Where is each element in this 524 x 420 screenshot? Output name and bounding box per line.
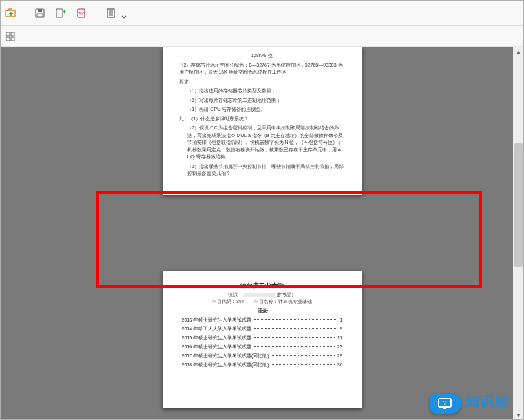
svg-rect-12 bbox=[11, 32, 14, 36]
scroll-up-arrow[interactable]: ▲ bbox=[513, 47, 524, 56]
svg-rect-2 bbox=[38, 9, 42, 12]
toolbar-separator bbox=[25, 6, 25, 20]
page1-req: 要求： bbox=[179, 78, 346, 86]
svg-rect-11 bbox=[6, 32, 10, 36]
redacted-block bbox=[244, 293, 275, 297]
toc-page: 1 bbox=[340, 317, 343, 322]
toc-page: 36 bbox=[337, 362, 343, 367]
svg-rect-4 bbox=[56, 9, 63, 17]
chevron-down-icon[interactable] bbox=[121, 10, 127, 16]
toc-label: 2018 年硕士研究生入学考试试题(回忆版) bbox=[182, 361, 269, 368]
svg-rect-3 bbox=[37, 14, 43, 17]
toc-row: 2017 年硕士研究生入学考试试题(回忆版) 29 bbox=[182, 353, 343, 359]
thumbnail-icon[interactable] bbox=[4, 30, 17, 43]
scroll-thumb[interactable] bbox=[514, 143, 523, 267]
subject-line: 科目代码：854 科目名称：计算机专业基础 bbox=[182, 299, 343, 305]
export-icon[interactable] bbox=[54, 7, 67, 19]
toc-label: 2013 年硕士研究生入学考试试题 bbox=[182, 317, 252, 324]
pdf-icon[interactable]: PDF bbox=[75, 7, 87, 19]
provider-line: 仅供： 参考品） bbox=[182, 292, 343, 298]
vertical-scrollbar[interactable]: ▲ ▼ bbox=[513, 47, 524, 420]
toc-row: 2014 年哈工大大学入学考试试题 9 bbox=[182, 326, 343, 333]
toc-title: 目录 bbox=[182, 308, 343, 315]
open-icon[interactable] bbox=[4, 7, 17, 19]
toc-label: 2015 年硕士研究生入学考试试题 bbox=[182, 335, 252, 342]
toc-page: 29 bbox=[337, 353, 343, 358]
main-toolbar: PDF bbox=[0, 0, 524, 26]
toc-row: 2013 年硕士研究生入学考试试题 1 bbox=[182, 317, 343, 324]
subj-code: 854 bbox=[236, 299, 244, 304]
svg-rect-13 bbox=[6, 37, 10, 41]
toc-dots bbox=[254, 346, 335, 347]
page1-para: （2）存储芯片地址空间分配为：0—32767 为系统程序区，32768—9830… bbox=[179, 62, 346, 76]
toolbar-separator bbox=[96, 6, 96, 20]
document-page-1: 128K×8 位 （2）存储芯片地址空间分配为：0—32767 为系统程序区，3… bbox=[163, 47, 362, 195]
document-viewport: 128K×8 位 （2）存储芯片地址空间分配为：0—32767 为系统程序区，3… bbox=[0, 47, 524, 420]
toc-row: 2018 年硕士研究生入学考试试题(回忆版) 36 bbox=[182, 361, 343, 368]
university-title: 哈尔滨工业大学 bbox=[182, 282, 343, 291]
svg-rect-14 bbox=[11, 37, 14, 41]
page1-item: （2）写出每片存储芯片的二进制地址范围； bbox=[179, 97, 346, 105]
provider-suffix: 参考品） bbox=[277, 292, 296, 297]
secondary-toolbar bbox=[0, 26, 524, 47]
toc-row: 2016 年硕士研究生入学考试试题 23 bbox=[182, 344, 343, 350]
subj-name-label: 科目名称： bbox=[254, 299, 278, 304]
page1-para: （3）指出哪些节拍属于中央控制节拍，哪些节拍属于局部控制节拍，局部控制最多需要几… bbox=[179, 163, 346, 178]
toc-page: 17 bbox=[337, 335, 343, 340]
page1-header: 128K×8 位 bbox=[179, 52, 346, 59]
toc-dots bbox=[254, 328, 337, 329]
page-view-icon[interactable] bbox=[105, 7, 117, 19]
toc-label: 2016 年硕士研究生入学考试试题 bbox=[182, 344, 252, 350]
page1-para: （2）假设 CC 为组合逻辑控制，且采用中央控制和局部控制相结合的办法，写出完成… bbox=[179, 125, 346, 161]
toc-label: 2014 年哈工大大学入学考试试题 bbox=[182, 326, 252, 333]
page1-item: （3）画出 CPU 与存储器的连接图。 bbox=[179, 106, 346, 114]
scroll-down-arrow[interactable]: ▼ bbox=[513, 410, 524, 420]
toc-dots bbox=[272, 364, 335, 365]
save-icon[interactable] bbox=[34, 7, 46, 19]
toc-label: 2017 年硕士研究生入学考试试题(回忆版) bbox=[182, 353, 269, 359]
toc-dots bbox=[254, 337, 335, 338]
page1-q9: 九、（1）什么是多级时序系统？ bbox=[179, 116, 346, 123]
subj-code-label: 科目代码： bbox=[212, 299, 236, 304]
toc-dots bbox=[272, 355, 335, 356]
toc-page: 23 bbox=[337, 344, 343, 349]
subj-name: 计算机专业基础 bbox=[278, 299, 312, 304]
toc-row: 2015 年硕士研究生入学考试试题 17 bbox=[182, 335, 343, 342]
toc-dots bbox=[254, 319, 337, 320]
document-page-2: 哈尔滨工业大学 仅供： 参考品） 科目代码：854 科目名称：计算机专业基础 目… bbox=[163, 271, 362, 408]
toc-page: 9 bbox=[340, 326, 343, 331]
provider-prefix: 仅供： bbox=[228, 292, 242, 297]
page1-item: （1）指出选用的存储器芯片类型及数量； bbox=[179, 87, 346, 95]
svg-text:PDF: PDF bbox=[78, 12, 85, 16]
